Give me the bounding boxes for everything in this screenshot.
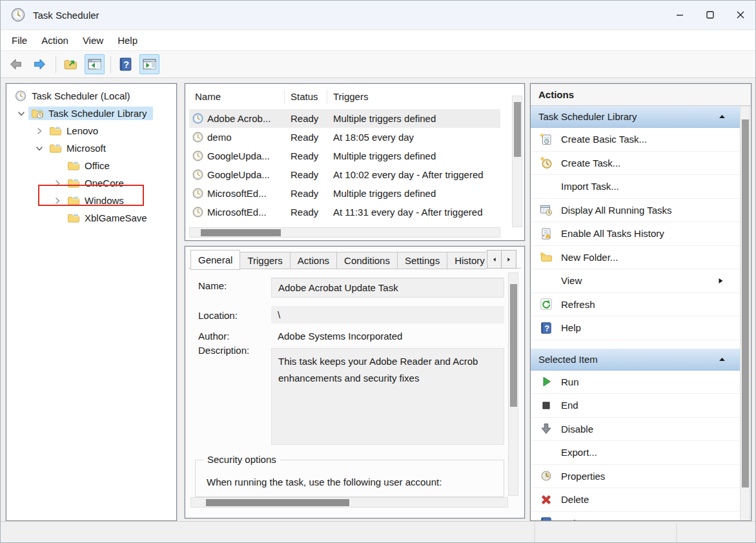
actions-vertical-scrollbar-thumb[interactable]: [742, 119, 749, 487]
action-item-create-task[interactable]: Create Task...: [531, 152, 741, 176]
back-arrow-icon: [8, 57, 23, 72]
description-label: Description:: [198, 344, 249, 357]
annotation-red-box: [38, 185, 144, 206]
task-row-googleupda[interactable]: GoogleUpda...ReadyMultiple triggers defi…: [189, 147, 500, 165]
section-collapse-icon: [718, 112, 726, 121]
chevron-expanded-icon[interactable]: [15, 108, 27, 119]
run-icon: [540, 375, 553, 388]
actions-vertical-scrollbar[interactable]: [740, 106, 750, 521]
details-horizontal-scrollbar-thumb[interactable]: [206, 499, 349, 506]
column-header-triggers[interactable]: Triggers: [327, 90, 500, 104]
action-item-new-folder[interactable]: New Folder...: [531, 246, 741, 270]
menu-item-view[interactable]: View: [76, 30, 110, 50]
details-horizontal-scrollbar[interactable]: [190, 497, 508, 507]
action-item-label: Delete: [561, 494, 741, 505]
folder-icon: [67, 160, 80, 171]
tab-scroll-right-button[interactable]: [502, 250, 516, 269]
back-button[interactable]: [6, 54, 26, 74]
tree-item-task-scheduler-local[interactable]: Task Scheduler (Local): [6, 87, 176, 105]
action-item-properties[interactable]: Properties: [531, 465, 741, 489]
task-status-cell: Ready: [285, 150, 327, 161]
forward-button[interactable]: [30, 54, 50, 74]
tree-item-microsoft[interactable]: Microsoft: [6, 139, 176, 157]
tree-item-content: Task Scheduler Library: [28, 107, 153, 120]
column-header-status[interactable]: Status: [285, 90, 327, 104]
tab-history[interactable]: History: [447, 252, 486, 269]
action-item-end[interactable]: End: [531, 394, 741, 418]
tree-item-content: XblGameSave: [65, 211, 153, 225]
column-header-name[interactable]: Name: [189, 90, 285, 104]
actions-section-header-task-scheduler-library[interactable]: Task Scheduler Library: [531, 106, 741, 128]
expander-spacer: [52, 212, 63, 224]
tab-settings[interactable]: Settings: [398, 252, 447, 269]
tab-conditions[interactable]: Conditions: [337, 252, 398, 269]
task-list-vertical-scrollbar[interactable]: [512, 96, 522, 227]
tab-scroll-left-button[interactable]: [487, 250, 502, 269]
task-row-googleupda[interactable]: GoogleUpda...ReadyAt 10:02 every day - A…: [189, 165, 500, 184]
task-list-vertical-scrollbar-thumb[interactable]: [514, 102, 521, 157]
menu-item-file[interactable]: File: [5, 30, 34, 50]
action-item-create-basic-task[interactable]: Create Basic Task...: [531, 128, 741, 152]
action-item-view[interactable]: View: [531, 269, 741, 293]
chevron-expanded-icon[interactable]: [34, 143, 45, 154]
task-triggers-cell: At 11:31 every day - After triggered: [327, 207, 500, 218]
details-vertical-scrollbar[interactable]: [508, 272, 518, 496]
task-status-cell: Ready: [285, 207, 327, 218]
actions-pane: Actions Task Scheduler LibraryCreate Bas…: [530, 83, 751, 521]
action-item-run[interactable]: Run: [531, 371, 741, 394]
actions-section-header-selected-item[interactable]: Selected Item: [531, 349, 741, 371]
tree-item-office[interactable]: Office: [6, 157, 176, 174]
help-button[interactable]: ?: [116, 54, 136, 74]
tab-general[interactable]: General: [190, 250, 240, 270]
menu-item-help[interactable]: Help: [110, 30, 145, 50]
task-row-microsofted[interactable]: MicrosoftEd...ReadyMultiple triggers def…: [189, 184, 500, 203]
action-pane-toggle-icon: [142, 57, 157, 72]
task-row-adobe-acrob[interactable]: Adobe Acrob...ReadyMultiple triggers def…: [189, 109, 500, 128]
action-item-refresh[interactable]: Refresh: [531, 293, 741, 317]
tree-item-lenovo[interactable]: Lenovo: [6, 122, 176, 139]
window-title: Task Scheduler: [33, 10, 99, 21]
minimize-button[interactable]: [664, 1, 695, 29]
tab-triggers[interactable]: Triggers: [240, 252, 290, 269]
tree-item-task-scheduler-library[interactable]: Task Scheduler Library: [6, 105, 176, 122]
window-controls: [664, 1, 755, 29]
action-item-display-all-running-tasks[interactable]: Display All Running Tasks: [531, 199, 741, 223]
toolbar-separator: [56, 56, 56, 73]
action-item-delete[interactable]: Delete: [531, 488, 741, 512]
task-name-text: GoogleUpda...: [207, 169, 270, 180]
maximize-icon: [706, 10, 715, 19]
action-item-import-task[interactable]: Import Task...: [531, 175, 741, 199]
description-value-box[interactable]: This task keeps your Adobe Reader and Ac…: [271, 348, 504, 445]
task-list-horizontal-scrollbar[interactable]: [189, 227, 500, 238]
tab-actions[interactable]: Actions: [291, 252, 337, 269]
details-vertical-scrollbar-thumb[interactable]: [510, 284, 517, 407]
show-hide-action-pane-button[interactable]: [139, 54, 159, 74]
task-name-text: Adobe Acrob...: [207, 113, 271, 124]
task-details-panel: GeneralTriggersActionsConditionsSettings…: [185, 246, 525, 518]
task-scheduler-window: Task Scheduler FileActionViewHelp ? Task…: [0, 0, 756, 543]
location-value-box: \: [271, 306, 504, 323]
export-list-button[interactable]: [61, 54, 81, 74]
action-item-help[interactable]: ?Help: [531, 316, 741, 340]
chevron-collapsed-icon[interactable]: [34, 125, 45, 137]
task-name-cell: Adobe Acrob...: [189, 113, 285, 124]
action-item-disable[interactable]: Disable: [531, 418, 741, 442]
task-row-microsofted[interactable]: MicrosoftEd...ReadyAt 11:31 every day - …: [189, 203, 500, 221]
create-basic-task-icon: [540, 133, 553, 146]
close-button[interactable]: [725, 1, 755, 29]
menu-item-action[interactable]: Action: [34, 30, 76, 50]
action-item-label: Help: [561, 322, 741, 333]
tree-item-xblgamesave[interactable]: XblGameSave: [6, 209, 176, 227]
task-row-demo[interactable]: demoReadyAt 18:05 every day: [189, 128, 500, 147]
action-item-help[interactable]: ?Help: [531, 512, 741, 522]
action-item-enable-all-tasks-history[interactable]: Enable All Tasks History: [531, 222, 741, 246]
name-value-box[interactable]: Adobe Acrobat Update Task: [271, 278, 504, 298]
console-tree-panel: Task Scheduler (Local)Task Scheduler Lib…: [6, 83, 177, 521]
task-list-horizontal-scrollbar-thumb[interactable]: [201, 229, 281, 236]
details-tab-strip: GeneralTriggersActionsConditionsSettings…: [190, 250, 486, 270]
task-status-cell: Ready: [285, 113, 327, 124]
action-item-label: New Folder...: [561, 252, 741, 263]
show-hide-console-tree-button[interactable]: [85, 54, 105, 74]
maximize-button[interactable]: [695, 1, 725, 29]
action-item-export[interactable]: Export...: [531, 441, 741, 465]
